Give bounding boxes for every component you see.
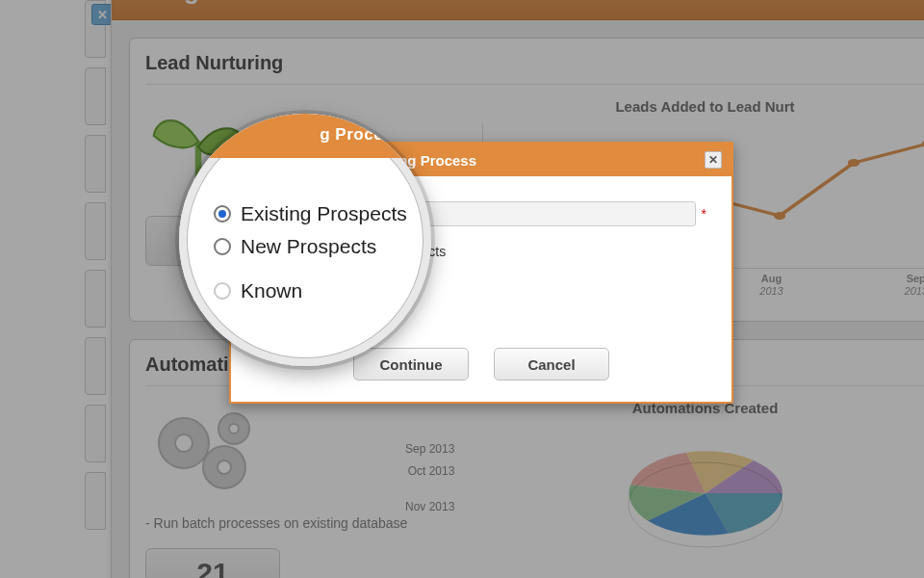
- radio-known[interactable]: Known: [314, 294, 706, 309]
- prospect-type-group: Existing Prospects New Prospects: [314, 244, 706, 280]
- continue-button[interactable]: Continue: [353, 348, 469, 381]
- dialog-title-bar: Configure Lead Nurturing Process ✕: [231, 144, 732, 176]
- radio-new-prospects[interactable]: New Prospects: [314, 265, 706, 280]
- identity-type-group: Known Both: [314, 294, 706, 330]
- dialog-title: Configure Lead Nurturing Process: [241, 152, 476, 169]
- cancel-button[interactable]: Cancel: [494, 348, 609, 381]
- required-indicator: *: [702, 206, 706, 222]
- close-icon[interactable]: ✕: [705, 151, 722, 169]
- process-name-input[interactable]: [295, 201, 696, 226]
- name-field-row: *: [295, 201, 706, 226]
- radio-existing-prospects[interactable]: Existing Prospects: [314, 244, 706, 259]
- configure-process-dialog: Configure Lead Nurturing Process ✕ * Exi…: [229, 142, 733, 404]
- radio-both[interactable]: Both: [314, 315, 706, 330]
